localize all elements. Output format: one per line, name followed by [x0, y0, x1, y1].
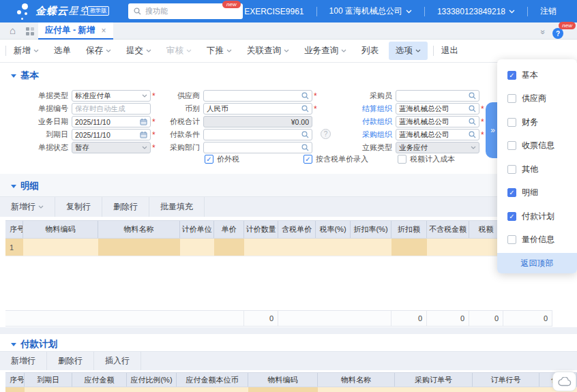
option-payment-plan[interactable]: ✓付款计划 [497, 205, 577, 228]
settle-org-label[interactable]: 结算组织 [342, 104, 396, 114]
detail-copy-row-button[interactable]: 复制行 [55, 197, 102, 217]
new-button[interactable]: 新增 [14, 45, 39, 57]
cell-purchase-order-no[interactable] [395, 387, 473, 392]
currency-lookup[interactable]: 人民币 [203, 103, 312, 115]
cell-payable-amt[interactable] [72, 387, 127, 392]
payment-terms-help-icon[interactable]: ? [321, 129, 331, 139]
help-button[interactable]: ? [552, 28, 563, 39]
tax-inclusive-entry-checkbox[interactable]: ✓按含税单价录入 [304, 154, 368, 164]
cell-tax-rate[interactable] [316, 239, 351, 256]
related-query-button[interactable]: 关联查询 [247, 45, 289, 57]
payment-delete-row-button[interactable]: 删除行 [47, 352, 94, 370]
col-order-line-no[interactable]: 订单行号 [473, 373, 539, 387]
checkbox-unchecked-icon[interactable] [398, 155, 406, 164]
lookup-icon[interactable] [469, 105, 476, 112]
list-button[interactable]: 列表 [361, 45, 379, 57]
logout-button[interactable]: 注销 [528, 5, 569, 17]
cloud-sync-button[interactable] [552, 372, 576, 391]
push-down-button[interactable]: 下推 [207, 45, 232, 57]
checkbox-checked-icon[interactable]: ✓ [507, 212, 516, 221]
checkbox-checked-icon[interactable]: ✓ [507, 71, 516, 80]
cell-pricing-qty[interactable] [244, 239, 278, 256]
cell-discount-amt[interactable] [391, 239, 427, 256]
col-material-name[interactable]: 物料名称 [318, 373, 395, 387]
organization-switcher[interactable]: 100 蓝海机械总公司 [317, 5, 424, 17]
settle-org-lookup[interactable]: 蓝海机械总公司 [396, 103, 479, 115]
checkbox-checked-icon[interactable]: ✓ [304, 155, 312, 164]
exit-button[interactable]: 退出 [441, 45, 458, 57]
cell-pricing-unit[interactable] [180, 239, 214, 256]
col-material-code[interactable]: 物料编码 [23, 221, 98, 238]
checkbox-checked-icon[interactable]: ✓ [205, 155, 213, 164]
detail-table-row[interactable]: 1 [5, 239, 552, 256]
checkbox-unchecked-icon[interactable] [507, 141, 516, 150]
tax-excluded-checkbox[interactable]: ✓价外税 [205, 154, 239, 164]
section-basic-header[interactable]: 基本 [11, 70, 39, 82]
payment-insert-row-button[interactable]: 插入行 [94, 352, 141, 370]
checkbox-unchecked-icon[interactable] [507, 118, 516, 127]
cell-material-code[interactable] [23, 239, 98, 256]
col-payable-amt[interactable]: 应付金额 [72, 373, 127, 387]
col-payable-amt-base[interactable]: 应付金额本位币 [177, 373, 248, 387]
cell-seq[interactable]: 1 [5, 239, 23, 256]
lookup-icon[interactable] [301, 105, 309, 112]
cell-due-date[interactable] [25, 387, 72, 392]
option-invoice-info[interactable]: 收票信息 [497, 134, 577, 158]
col-material-name[interactable]: 物料名称 [98, 221, 180, 238]
lookup-icon[interactable] [469, 118, 476, 125]
section-detail-header[interactable]: 明细 [11, 180, 39, 192]
col-material-code[interactable]: 物料编码 [248, 373, 318, 387]
collapse-tabs-icon[interactable]: » [539, 30, 548, 35]
payment-add-row-button[interactable]: 新增行 [0, 352, 47, 370]
option-qty-price-info[interactable]: 量价信息 [497, 228, 577, 252]
buyer-lookup[interactable] [396, 90, 479, 102]
tax-into-cost-checkbox[interactable]: 税额计入成本 [398, 154, 455, 164]
option-finance[interactable]: 财务 [497, 110, 577, 134]
cell-untaxed-amt[interactable] [427, 239, 469, 256]
pay-org-label[interactable]: 付款组织 [342, 117, 396, 127]
pick-bill-button[interactable]: 选单 [54, 45, 71, 57]
cell-material-code[interactable] [248, 387, 318, 392]
checkbox-unchecked-icon[interactable] [507, 165, 516, 174]
section-payment-header[interactable]: 付款计划 [11, 338, 57, 350]
detail-batch-fill-button[interactable]: 批量填充 [149, 197, 205, 217]
account-name[interactable]: EXERCISE9961 [232, 7, 316, 16]
lookup-icon[interactable] [469, 131, 476, 138]
option-supplier[interactable]: 供应商 [497, 87, 577, 111]
col-pricing-unit[interactable]: 计价单位 [180, 221, 214, 238]
cell-seq[interactable] [5, 387, 25, 392]
cell-payable-ratio[interactable] [127, 387, 177, 392]
apps-grid-icon[interactable] [26, 27, 34, 35]
col-discount-rate[interactable]: 折扣率(%) [351, 221, 391, 238]
lookup-icon[interactable] [301, 131, 309, 138]
purchase-org-lookup[interactable]: 蓝海机械总公司 [396, 129, 479, 140]
col-untaxed-amt[interactable]: 不含税金额 [427, 221, 469, 238]
col-tax-rate[interactable]: 税率(%) [316, 221, 351, 238]
due-date-picker[interactable]: 2025/11/10 [72, 129, 151, 140]
cell-order-line-no[interactable] [473, 387, 539, 392]
detail-add-row-button[interactable]: 新增行 [0, 197, 55, 217]
cell-discount-rate[interactable] [351, 239, 391, 256]
doc-type-select[interactable]: 标准应付单 [72, 90, 151, 102]
phone-menu[interactable]: 133380123849218 [425, 7, 527, 16]
submit-button[interactable]: 提交 [126, 45, 151, 57]
col-seq[interactable]: 序号... [5, 373, 25, 387]
back-to-top-link[interactable]: 返回顶部 [497, 253, 577, 273]
option-basic[interactable]: ✓基本 [497, 63, 577, 87]
col-tax-price[interactable]: 含税单价 [278, 221, 316, 238]
purchase-org-label[interactable]: 采购组织 [342, 130, 396, 140]
tab-close-icon[interactable]: × [102, 26, 106, 35]
options-button[interactable]: 选项 [389, 42, 428, 60]
checkbox-checked-icon[interactable]: ✓ [507, 188, 516, 197]
option-detail[interactable]: ✓明细 [497, 181, 577, 205]
cell-tax-price[interactable] [278, 239, 316, 256]
home-icon[interactable]: ⌂ [10, 25, 16, 36]
col-due-date[interactable]: 到期日 [25, 373, 72, 387]
col-payable-ratio[interactable]: 应付比例(%) [127, 373, 177, 387]
lookup-icon[interactable] [301, 144, 309, 151]
purchase-dept-lookup[interactable] [203, 142, 312, 153]
supplier-lookup[interactable] [203, 90, 312, 102]
cell-material-name[interactable] [318, 387, 395, 392]
save-button[interactable]: 保存 [86, 45, 111, 57]
payment-table-row[interactable] [5, 387, 577, 392]
